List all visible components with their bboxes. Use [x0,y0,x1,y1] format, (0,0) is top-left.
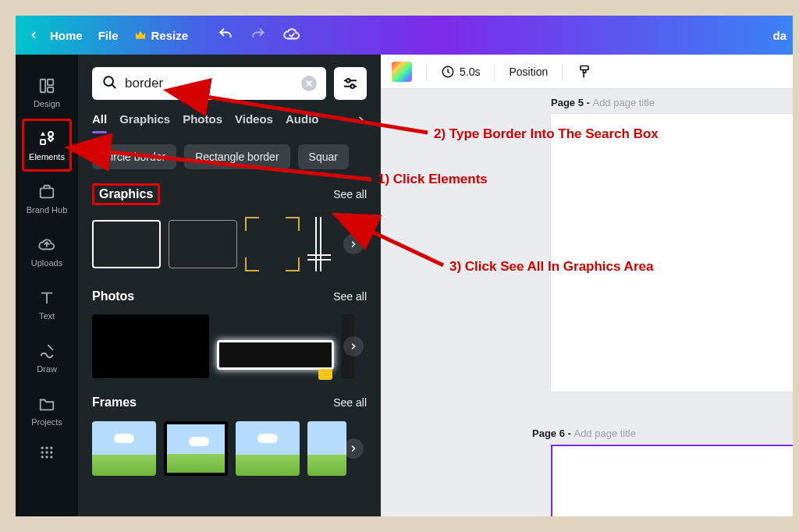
frame-thumb-2[interactable] [164,421,228,476]
apps-icon [37,442,57,463]
elements-panel: All Graphics Photos Videos Audio Circle … [78,55,381,516]
position-button[interactable]: Position [509,66,548,78]
svg-rect-24 [581,66,588,69]
graphic-thumb-1[interactable] [92,220,161,268]
nav-text-label: Text [39,311,55,321]
nav-elements[interactable]: Elements [22,119,72,172]
canvas-toolbar: 5.0s Position [381,55,793,89]
clear-search-icon[interactable] [301,76,317,91]
brand-hub-icon [37,182,57,202]
photos-see-all[interactable]: See all [333,290,367,303]
graphics-see-all[interactable]: See all [333,188,367,200]
tab-videos[interactable]: Videos [235,112,273,130]
svg-point-8 [50,447,52,449]
svg-rect-4 [41,140,45,144]
graphics-section-header: Graphics See all [92,183,367,205]
svg-point-9 [41,451,44,453]
nav-text[interactable]: Text [22,278,72,331]
frames-section-header: Frames See all [92,395,367,410]
tab-audio[interactable]: Audio [286,112,319,130]
nav-design[interactable]: Design [22,66,72,119]
resize-button[interactable]: Resize [134,29,189,42]
frame-thumb-3[interactable] [236,421,300,476]
app-frame: Home File Resize da Design [16,16,793,516]
chip-circle-border[interactable]: Circle border [92,144,176,169]
frames-see-all[interactable]: See all [333,396,367,409]
photos-next-icon[interactable] [343,336,364,356]
search-input[interactable] [125,76,293,91]
page6-placeholder: Add page title [574,427,636,439]
nav-brand-hub-label: Brand Hub [27,205,68,215]
graphic-thumb-2[interactable] [169,220,237,268]
frames-thumbnails [92,417,367,480]
color-picker-swatch[interactable] [392,62,412,82]
toolbar-divider [426,63,427,80]
svg-rect-2 [48,87,53,92]
redo-icon[interactable] [250,27,266,44]
svg-point-20 [346,79,350,83]
nav-uploads[interactable]: Uploads [22,225,72,278]
frames-title: Frames [92,395,137,410]
cloud-sync-icon[interactable] [283,26,300,45]
page5-placeholder: Add page title [592,97,655,108]
draw-icon [37,341,57,361]
frames-next-icon[interactable] [343,438,364,459]
search-box[interactable] [92,67,326,100]
svg-point-22 [350,84,354,88]
graphics-thumbnails [92,213,367,275]
nav-design-label: Design [34,99,60,108]
photos-thumbnails [92,311,367,381]
page-strip: Page 5 - Add page title Page 6 - Add pag… [381,89,793,516]
nav-elements-label: Elements [29,152,65,161]
top-menu-bar: Home File Resize da [16,16,793,55]
graphic-thumb-4[interactable] [307,217,331,271]
chip-rectangle-border[interactable]: Rectangle border [184,144,289,169]
photos-title: Photos [92,289,134,303]
tabs-more-icon[interactable] [356,115,367,128]
graphic-thumb-3[interactable] [245,217,300,271]
filter-button[interactable] [334,67,367,100]
category-tabs: All Graphics Photos Videos Audio [92,112,367,130]
svg-point-13 [45,456,48,458]
crown-icon [134,29,147,41]
page5-label[interactable]: Page 5 - Add page title [551,97,655,108]
tab-graphics[interactable]: Graphics [119,112,170,130]
undo-icon[interactable] [218,27,233,44]
frame-thumb-1[interactable] [92,421,156,476]
nav-draw-label: Draw [37,364,57,374]
resize-label: Resize [151,29,189,42]
graphics-next-icon[interactable] [343,234,364,254]
svg-point-14 [50,456,52,458]
tab-photos[interactable]: Photos [183,112,222,130]
toolbar-divider [562,63,563,80]
svg-point-11 [50,451,52,453]
file-menu[interactable]: File [98,29,119,42]
duration-button[interactable]: 5.0s [441,65,480,79]
svg-point-7 [45,447,48,449]
canvas-area: 5.0s Position Page 5 - Add page title Pa… [381,55,793,516]
page5-prefix: Page 5 - [551,97,592,108]
page6-label[interactable]: Page 6 - Add page title [532,427,636,439]
nav-brand-hub[interactable]: Brand Hub [22,172,72,225]
photo-thumb-2[interactable] [217,340,334,370]
side-nav-rail: Design Elements Brand Hub Uploads Text [16,55,78,516]
premium-crown-icon [318,369,332,380]
nav-draw[interactable]: Draw [22,331,72,384]
projects-icon [37,394,57,414]
page5-canvas[interactable] [551,114,793,392]
svg-line-16 [112,84,115,87]
page6-canvas[interactable] [551,445,793,516]
photo-thumb-1[interactable] [92,314,209,378]
search-icon [101,74,117,93]
nav-apps[interactable] [22,437,72,468]
frame-thumb-4[interactable] [307,421,346,476]
svg-rect-1 [48,80,53,85]
chip-square-border[interactable]: Squar [298,144,349,169]
duration-value: 5.0s [460,66,480,78]
back-chevron-icon[interactable] [25,27,42,44]
home-button[interactable]: Home [50,29,83,42]
suggestion-chips: Circle border Rectangle border Squar [92,144,367,169]
nav-projects[interactable]: Projects [22,384,72,437]
format-painter-icon[interactable] [577,64,592,80]
tab-all[interactable]: All [92,112,107,130]
